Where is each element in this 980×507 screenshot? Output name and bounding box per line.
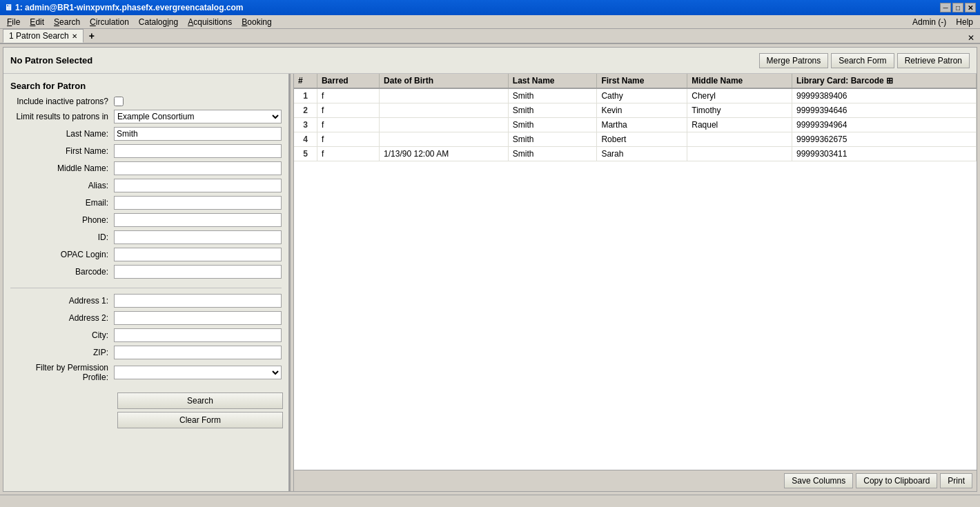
city-input[interactable] xyxy=(114,328,282,342)
cell-middlename: Timothy xyxy=(687,103,792,118)
cell-lastname: Smith xyxy=(508,103,597,118)
middle-name-row: Middle Name: xyxy=(10,161,282,175)
menu-circulation[interactable]: Circulation xyxy=(86,16,133,28)
print-button[interactable]: Print xyxy=(940,473,972,488)
retrieve-patron-button[interactable]: Retrieve Patron xyxy=(897,53,970,68)
permission-profile-row: Filter by Permission Profile: xyxy=(10,363,282,382)
close-button[interactable]: ✕ xyxy=(965,3,976,12)
search-section-title: Search for Patron xyxy=(10,81,282,91)
email-input[interactable] xyxy=(114,196,282,210)
copy-to-clipboard-button[interactable]: Copy to Clipboard xyxy=(856,473,937,488)
id-input[interactable] xyxy=(114,230,282,244)
email-row: Email: xyxy=(10,196,282,210)
opac-login-label: OPAC Login: xyxy=(10,250,114,259)
cell-firstname: Kevin xyxy=(597,103,687,118)
menu-admin[interactable]: Admin (-) xyxy=(908,16,950,28)
last-name-input[interactable] xyxy=(114,127,282,141)
cell-middlename xyxy=(687,147,792,161)
cell-num: 3 xyxy=(294,118,317,132)
cell-lastname: Smith xyxy=(508,88,597,103)
left-panel: Search for Patron Include inactive patro… xyxy=(3,74,290,491)
phone-input[interactable] xyxy=(114,213,282,227)
col-barred-header[interactable]: Barred xyxy=(317,74,379,88)
permission-profile-select[interactable] xyxy=(114,366,282,379)
cell-dob: 1/13/90 12:00 AM xyxy=(380,147,509,161)
main-close-button[interactable]: ✕ xyxy=(968,33,974,43)
middle-name-input[interactable] xyxy=(114,161,282,175)
table-row[interactable]: 2 f Smith Kevin Timothy 99999394646 xyxy=(294,103,977,118)
cell-middlename: Raquel xyxy=(687,118,792,132)
address2-input[interactable] xyxy=(114,311,282,325)
search-button[interactable]: Search xyxy=(117,392,283,409)
right-panel: # Barred Date of Birth Last Name First N… xyxy=(294,74,977,491)
cell-firstname: Sarah xyxy=(597,147,687,161)
menu-acquisitions[interactable]: Acquisitions xyxy=(184,16,236,28)
merge-patrons-button[interactable]: Merge Patrons xyxy=(759,53,829,68)
cell-num: 4 xyxy=(294,132,317,147)
menu-search[interactable]: Search xyxy=(50,16,84,28)
cell-middlename xyxy=(687,132,792,147)
phone-label: Phone: xyxy=(10,215,114,225)
patron-status: No Patron Selected xyxy=(10,55,92,66)
cell-num: 1 xyxy=(294,88,317,103)
menu-edit[interactable]: Edit xyxy=(26,16,48,28)
table-row[interactable]: 3 f Smith Martha Raquel 99999394964 xyxy=(294,118,977,132)
col-dob-header[interactable]: Date of Birth xyxy=(380,74,509,88)
address1-row: Address 1: xyxy=(10,294,282,308)
opac-login-input[interactable] xyxy=(114,248,282,261)
middle-name-label: Middle Name: xyxy=(10,163,114,173)
top-bar-buttons: Merge Patrons Search Form Retrieve Patro… xyxy=(759,53,970,68)
col-num-header[interactable]: # xyxy=(294,74,317,88)
col-firstname-header[interactable]: First Name xyxy=(597,74,687,88)
last-name-label: Last Name: xyxy=(10,129,114,139)
last-name-row: Last Name: xyxy=(10,127,282,141)
col-barcode-header[interactable]: Library Card: Barcode ⊞ xyxy=(792,74,977,88)
cell-dob xyxy=(380,88,509,103)
cell-lastname: Smith xyxy=(508,132,597,147)
cell-barcode: 99999362675 xyxy=(792,132,977,147)
table-row[interactable]: 5 f 1/13/90 12:00 AM Smith Sarah 9999930… xyxy=(294,147,977,161)
permission-profile-label: Filter by Permission Profile: xyxy=(10,363,114,382)
consortium-select[interactable]: Example Consortium xyxy=(114,110,282,123)
id-row: ID: xyxy=(10,230,282,244)
menu-booking[interactable]: Booking xyxy=(237,16,275,28)
table-row[interactable]: 1 f Smith Cathy Cheryl 99999389406 xyxy=(294,88,977,103)
tab-close-button[interactable]: ✕ xyxy=(72,32,77,40)
cell-barcode: 99999394964 xyxy=(792,118,977,132)
tab-patron-search[interactable]: 1 Patron Search ✕ xyxy=(3,29,84,43)
search-form-button[interactable]: Search Form xyxy=(831,53,894,68)
cell-barred: f xyxy=(317,118,379,132)
menu-file[interactable]: File xyxy=(3,16,24,28)
id-label: ID: xyxy=(10,232,114,242)
barcode-input[interactable] xyxy=(114,265,282,279)
zip-input[interactable] xyxy=(114,346,282,359)
tab-add-button[interactable]: + xyxy=(85,29,99,43)
zip-label: ZIP: xyxy=(10,348,114,357)
menu-help[interactable]: Help xyxy=(952,16,977,28)
first-name-input[interactable] xyxy=(114,144,282,158)
first-name-row: First Name: xyxy=(10,144,282,158)
body-split: Search for Patron Include inactive patro… xyxy=(3,74,977,491)
menu-cataloging[interactable]: Cataloging xyxy=(135,16,182,28)
cell-barred: f xyxy=(317,132,379,147)
status-bar xyxy=(0,495,980,507)
minimize-button[interactable]: ─ xyxy=(940,3,951,12)
cell-barred: f xyxy=(317,103,379,118)
top-bar: No Patron Selected Merge Patrons Search … xyxy=(3,48,977,74)
col-middlename-header[interactable]: Middle Name xyxy=(687,74,792,88)
cell-lastname: Smith xyxy=(508,147,597,161)
cell-lastname: Smith xyxy=(508,118,597,132)
restore-button[interactable]: □ xyxy=(952,3,963,12)
include-inactive-checkbox[interactable] xyxy=(114,97,124,106)
title-bar-controls: ─ □ ✕ xyxy=(940,3,976,12)
tab-bar: 1 Patron Search ✕ + ✕ xyxy=(0,29,980,44)
save-columns-button[interactable]: Save Columns xyxy=(784,473,853,488)
alias-input[interactable] xyxy=(114,179,282,192)
address1-input[interactable] xyxy=(114,294,282,308)
zip-row: ZIP: xyxy=(10,346,282,359)
table-row[interactable]: 4 f Smith Robert 99999362675 xyxy=(294,132,977,147)
clear-form-button[interactable]: Clear Form xyxy=(117,412,283,428)
include-inactive-row: Include inactive patrons? xyxy=(10,97,282,106)
col-lastname-header[interactable]: Last Name xyxy=(508,74,597,88)
barcode-label: Barcode: xyxy=(10,267,114,277)
